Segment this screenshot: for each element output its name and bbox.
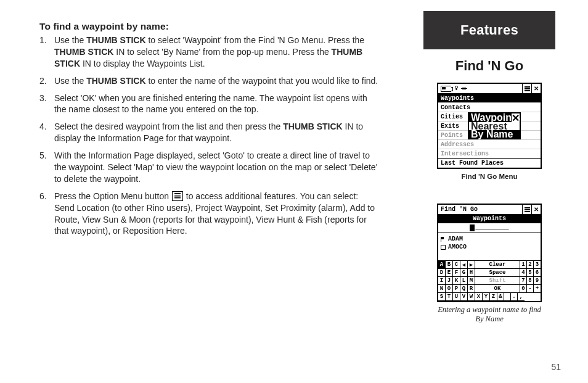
menu-item-addresses: Addresses xyxy=(438,140,541,149)
keyboard-key: 8 xyxy=(527,277,534,285)
list-item-label: ADAM xyxy=(448,236,463,242)
keyboard-key: J xyxy=(446,277,453,285)
waypoint-results-list: ADAM AMOCO xyxy=(438,233,541,260)
waypoint-flag-icon xyxy=(441,237,446,242)
keyboard-key: 9 xyxy=(534,277,541,285)
keyboard-row: IJKLMShift789 xyxy=(438,277,541,285)
keyboard-word-key: Space xyxy=(475,269,520,277)
popup-item-by-name: By Name xyxy=(469,130,520,138)
menu-item-waypoints: Waypoints xyxy=(438,94,541,103)
menu-item-last-found: Last Found Places xyxy=(438,159,541,168)
device-titlebar: ✕ xyxy=(438,84,541,94)
battery-icon xyxy=(441,86,451,92)
keyboard-key: 0 xyxy=(520,285,527,293)
keyboard-key: 3 xyxy=(534,261,541,269)
keyboard-key: ▶ xyxy=(468,261,475,269)
keyboard-key: P xyxy=(453,285,460,293)
keyboard-key: 1 xyxy=(520,261,527,269)
keyboard-key: & xyxy=(497,293,504,301)
menu-icon xyxy=(522,84,531,93)
name-input-field: _________ xyxy=(438,223,541,233)
waypoints-popup: Waypoints ✕ Nearest By Name xyxy=(468,112,521,139)
procedure-step: Select the desired waypoint from the lis… xyxy=(54,121,380,144)
keyboard-key: U xyxy=(453,293,460,301)
procedure-step: Use the THUMB STICK to select 'Waypoint'… xyxy=(54,35,380,70)
keyboard-key: F xyxy=(453,269,460,277)
keyboard-key xyxy=(504,293,511,301)
procedure-step: Press the Option Menu button to access a… xyxy=(54,191,380,237)
keyboard-key: V xyxy=(460,293,468,301)
keyboard-word-key: Shift xyxy=(475,277,520,285)
device-screenshot-find-n-go-menu: ✕ Waypoints Contacts Cities Exits Points… xyxy=(437,83,542,169)
keyboard-key: O xyxy=(446,285,453,293)
keyboard-key: . xyxy=(511,293,518,301)
keyboard-key: S xyxy=(438,293,446,301)
close-icon: ✕ xyxy=(531,205,541,214)
keyboard-key: ◀ xyxy=(460,261,468,269)
keyboard-word-key: Clear xyxy=(475,261,520,269)
option-menu-icon xyxy=(172,191,183,201)
keyboard-key: D xyxy=(438,269,446,277)
caption-find-n-go-menu: Find 'N Go Menu xyxy=(437,173,542,180)
menu-icon xyxy=(522,205,531,214)
procedure-heading: To find a waypoint by name: xyxy=(39,21,380,32)
device-screenshot-waypoints-keyboard: Find 'N Go ✕ Waypoints _________ ADAM xyxy=(437,204,542,302)
keyboard-key: E xyxy=(446,269,453,277)
keyboard-row: NOPQROK0-+ xyxy=(438,285,541,293)
procedure-step: Select 'OK' when you are finished enteri… xyxy=(54,93,380,116)
keyboard-key: 2 xyxy=(527,261,534,269)
keyboard-key: L xyxy=(460,277,468,285)
section-title: Find 'N Go xyxy=(455,58,523,74)
input-blanks: _________ xyxy=(475,224,508,231)
keyboard-key: X xyxy=(475,293,483,301)
keyboard-key: Y xyxy=(483,293,490,301)
keyboard-key: W xyxy=(468,293,475,301)
keyboard-key: 5 xyxy=(527,269,534,277)
keyboard-key: H xyxy=(468,269,475,277)
satellite-icon xyxy=(461,86,467,91)
keyboard-key: 6 xyxy=(534,269,541,277)
keyboard-key: C xyxy=(453,261,460,269)
list-header-waypoints: Waypoints xyxy=(438,215,541,223)
text-cursor xyxy=(470,224,475,231)
menu-item-intersections: Intersections xyxy=(438,149,541,159)
keyboard-key: M xyxy=(468,277,475,285)
keyboard-key: R xyxy=(468,285,475,293)
list-item: AMOCO xyxy=(441,243,538,251)
caption-entering-name: Entering a waypoint name to find By Name xyxy=(437,305,542,324)
keyboard-key: - xyxy=(527,285,534,293)
keyboard-key: N xyxy=(438,285,446,293)
keyboard-word-key: OK xyxy=(475,285,520,293)
popup-close-icon: ✕ xyxy=(511,113,520,122)
signal-icon xyxy=(453,86,459,91)
keyboard-key: K xyxy=(453,277,460,285)
keyboard-key: + xyxy=(534,285,541,293)
keyboard-key: , xyxy=(518,293,525,301)
titlebar-text: Find 'N Go xyxy=(438,205,522,214)
procedure-step: Use the THUMB STICK to enter the name of… xyxy=(54,75,380,87)
keyboard-key: Z xyxy=(490,293,497,301)
keyboard-key: T xyxy=(446,293,453,301)
close-icon: ✕ xyxy=(531,84,541,93)
keyboard-key: G xyxy=(460,269,468,277)
list-item-label: AMOCO xyxy=(448,244,467,250)
keyboard-key: 4 xyxy=(520,269,527,277)
keyboard-key: 7 xyxy=(520,277,527,285)
page-number: 51 xyxy=(551,362,561,372)
device-titlebar-2: Find 'N Go ✕ xyxy=(438,205,541,215)
keyboard-key: B xyxy=(446,261,453,269)
keyboard-row: ABC◀▶Clear123 xyxy=(438,261,541,269)
keyboard-key: A xyxy=(438,261,446,269)
keyboard-row: STUVWXYZ& ., xyxy=(438,293,541,301)
fuel-icon xyxy=(441,245,446,250)
keyboard-key: I xyxy=(438,277,446,285)
procedure-step: With the Information Page displayed, sel… xyxy=(54,150,380,185)
onscreen-keyboard: ABC◀▶Clear123DEFGHSpace456IJKLMShift789N… xyxy=(438,260,541,301)
list-item: ADAM xyxy=(441,235,538,243)
keyboard-key: Q xyxy=(460,285,468,293)
section-tab-features: Features xyxy=(423,11,555,49)
keyboard-row: DEFGHSpace456 xyxy=(438,269,541,277)
procedure-steps: Use the THUMB STICK to select 'Waypoint'… xyxy=(39,35,380,237)
menu-item-contacts: Contacts xyxy=(438,103,541,112)
